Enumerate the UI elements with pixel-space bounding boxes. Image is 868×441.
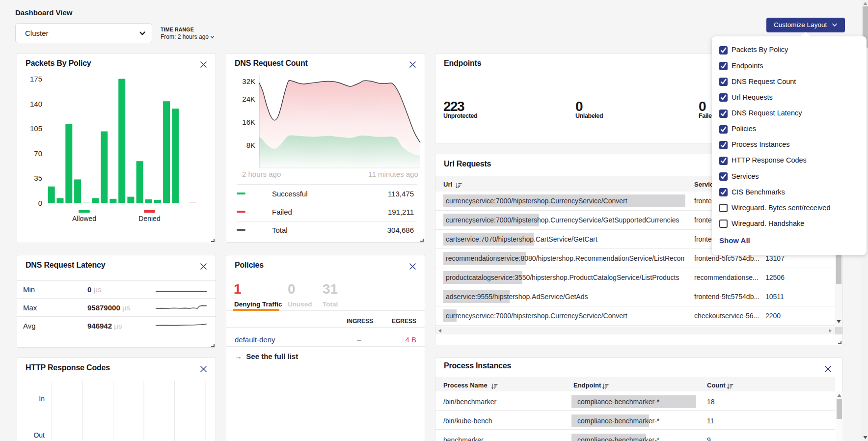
svg-text:8K: 8K (246, 141, 255, 149)
svg-text:16K: 16K (242, 118, 255, 126)
svg-text:35: 35 (34, 174, 42, 182)
svg-text:In: In (39, 395, 45, 403)
svg-text:70: 70 (34, 149, 42, 158)
svg-text:140: 140 (30, 100, 42, 108)
svg-text:105: 105 (30, 124, 42, 133)
svg-text:Denied: Denied (138, 215, 160, 222)
svg-text:2 hours ago: 2 hours ago (242, 170, 281, 178)
svg-text:175: 175 (30, 75, 42, 83)
svg-text:32K: 32K (242, 77, 255, 85)
svg-text:0: 0 (38, 199, 42, 207)
svg-text:Out: Out (33, 431, 45, 439)
svg-text:11 minutes ago: 11 minutes ago (368, 170, 418, 178)
svg-text:24K: 24K (242, 95, 255, 103)
svg-text:Allowed: Allowed (72, 215, 96, 222)
